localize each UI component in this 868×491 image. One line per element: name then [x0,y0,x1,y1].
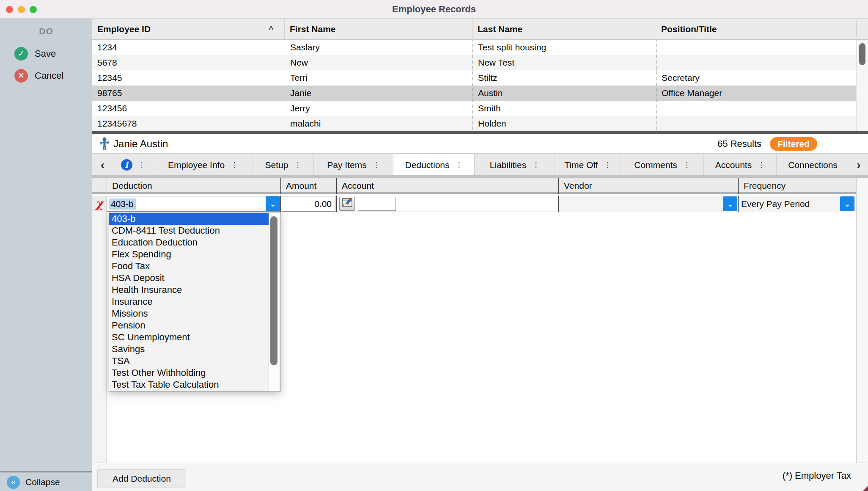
filtered-badge[interactable]: Filtered [770,137,817,151]
save-label: Save [35,45,56,63]
results-count: 65 Results [717,134,761,154]
window-resize-grip[interactable] [863,486,868,491]
save-button[interactable]: ✓ Save [0,45,92,63]
deductions-scrollbar-track[interactable] [856,178,868,463]
employee-list-scrollbar[interactable] [856,40,868,131]
chevron-down-icon[interactable]: ⌄ [266,196,280,211]
column-header-frequency[interactable]: Frequency [738,178,856,194]
cell-first-name[interactable]: New [285,55,472,70]
column-header-vendor[interactable]: Vendor [558,178,738,194]
tab-menu-icon[interactable]: ⋮ [758,161,765,168]
column-header-employee-id[interactable]: Employee ID ^ [92,19,285,40]
collapse-button[interactable]: « Collapse [0,472,92,491]
dropdown-option[interactable]: Pension [109,320,269,331]
tab-deductions[interactable]: Deductions⋮ [393,154,475,176]
column-header-last-name[interactable]: Last Name [472,19,656,40]
cell-employee-id[interactable]: 1234 [92,40,285,55]
table-row[interactable]: 12345 Terri Stiltz Secretary [92,70,856,86]
delete-deduction-button[interactable]: χ [92,196,107,212]
dropdown-option-selected[interactable]: 403-b [109,213,269,225]
column-header-account[interactable]: Account [336,178,558,194]
tab-menu-icon[interactable]: ⋮ [604,161,611,168]
cell-employee-id[interactable]: 12345678 [92,116,285,131]
tab-time-off[interactable]: Time Off⋮ [555,154,621,176]
collapse-label: Collapse [25,472,60,491]
dropdown-option[interactable]: Missions [109,308,269,320]
cell-first-name[interactable]: Saslary [285,40,472,55]
account-lookup-button[interactable] [339,197,355,211]
cell-employee-id[interactable]: 5678 [92,55,285,70]
tab-menu-icon[interactable]: ⋮ [683,161,690,168]
tab-info[interactable]: i ⋮ [113,154,153,176]
dropdown-option[interactable]: Flex Spending [109,248,269,260]
table-row-selected[interactable]: 98765 Janie Austin Office Manager [92,86,856,101]
dropdown-option[interactable]: TSA [109,355,269,367]
scrollbar-thumb[interactable] [270,216,277,365]
tab-liabilities[interactable]: Liabilities⋮ [475,154,555,176]
tab-menu-icon[interactable]: ⋮ [138,161,146,168]
tab-menu-icon[interactable]: ⋮ [373,161,380,168]
tab-pay-items[interactable]: Pay Items⋮ [314,154,393,176]
tab-setup[interactable]: Setup⋮ [253,154,314,176]
column-header-deduction[interactable]: Deduction [107,178,280,194]
cell-position[interactable]: Secretary [656,70,856,86]
cell-first-name[interactable]: Terri [285,70,472,86]
dropdown-option[interactable]: Education Deduction [109,237,269,248]
dropdown-option[interactable]: Insurance [109,296,269,308]
cell-first-name[interactable]: malachi [285,116,472,131]
vendor-dropdown-button[interactable]: ⌄ [723,196,737,211]
cell-first-name[interactable]: Jerry [285,101,472,116]
tabs-scroll-left-button[interactable]: ‹ [92,154,113,176]
cell-last-name[interactable]: Austin [472,86,656,101]
account-input[interactable] [358,197,396,211]
column-header-amount[interactable]: Amount [280,178,336,194]
column-header-position-title[interactable]: Position/Title [656,19,856,40]
tab-menu-icon[interactable]: ⋮ [532,161,539,168]
cell-last-name[interactable]: Holden [472,116,656,131]
cell-employee-id[interactable]: 98765 [92,86,285,101]
tab-accounts[interactable]: Accounts⋮ [704,154,777,176]
table-row[interactable]: 123456 Jerry Smith [92,101,856,116]
tab-connections[interactable]: Connections [777,154,849,176]
deduction-value[interactable]: 403-b [109,199,136,210]
deduction-combobox[interactable]: 403-b ⌄ [107,196,280,212]
dropdown-option[interactable]: Food Tax [109,260,269,272]
frequency-dropdown-button[interactable]: ⌄ [840,196,854,211]
cell-position[interactable] [656,55,856,70]
tab-comments[interactable]: Comments⋮ [621,154,704,176]
tabs-scroll-right-button[interactable]: › [849,154,868,176]
cell-last-name[interactable]: Test split housing [472,40,656,55]
frequency-value[interactable]: Every Pay Period [741,196,810,212]
table-row[interactable]: 5678 New New Test [92,55,856,70]
cell-position[interactable]: Office Manager [656,86,856,101]
cell-last-name[interactable]: Stiltz [472,70,656,86]
cell-employee-id[interactable]: 123456 [92,101,285,116]
scrollbar-thumb[interactable] [859,43,865,65]
dropdown-option[interactable]: Health Insurance [109,284,269,296]
table-row[interactable]: 1234 Saslary Test split housing [92,40,856,55]
cell-position[interactable] [656,116,856,131]
tab-menu-icon[interactable]: ⋮ [231,161,238,168]
dropdown-option[interactable]: CDM-8411 Test Deduction [109,225,269,237]
add-deduction-button[interactable]: Add Deduction [97,469,186,488]
table-row[interactable]: 12345678 malachi Holden [92,116,856,131]
dropdown-option[interactable]: Savings [109,343,269,355]
cell-employee-id[interactable]: 12345 [92,70,285,86]
tab-employee-info[interactable]: Employee Info⋮ [153,154,253,176]
dropdown-option[interactable]: SC Unemployment [109,331,269,343]
cancel-button[interactable]: ✕ Cancel [0,67,92,85]
cell-position[interactable] [656,40,856,55]
tab-menu-icon[interactable]: ⋮ [294,161,301,168]
dropdown-option[interactable]: Test Tax Table Calculation [109,379,269,391]
cell-position[interactable] [656,101,856,116]
dropdown-scrollbar[interactable] [269,213,279,391]
cell-last-name[interactable]: Smith [472,101,656,116]
cell-last-name[interactable]: New Test [472,55,656,70]
column-header-first-name[interactable]: First Name [285,19,472,40]
dropdown-option[interactable]: HSA Deposit [109,272,269,284]
cell-first-name[interactable]: Janie [285,86,472,101]
tab-menu-icon[interactable]: ⋮ [456,161,463,168]
row-handle-column [92,196,107,463]
amount-input[interactable]: 0.00 [282,196,335,212]
dropdown-option[interactable]: Test Other Withholding [109,367,269,379]
